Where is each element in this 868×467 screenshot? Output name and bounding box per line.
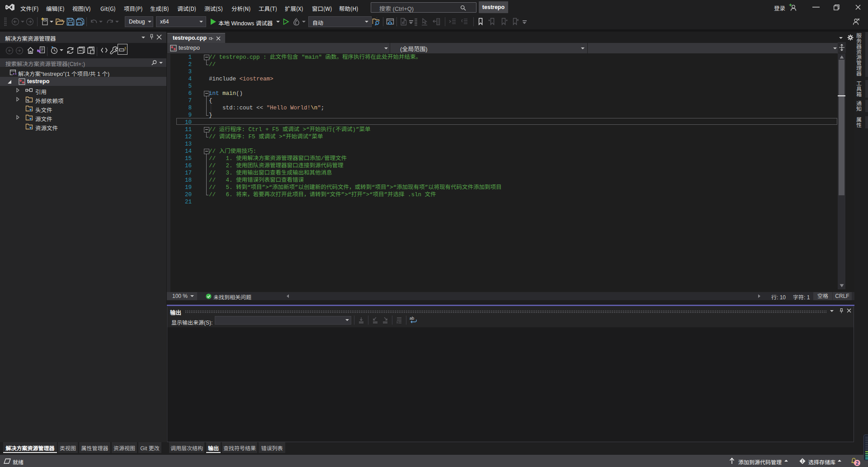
svg-text:ab: ab xyxy=(410,316,414,321)
